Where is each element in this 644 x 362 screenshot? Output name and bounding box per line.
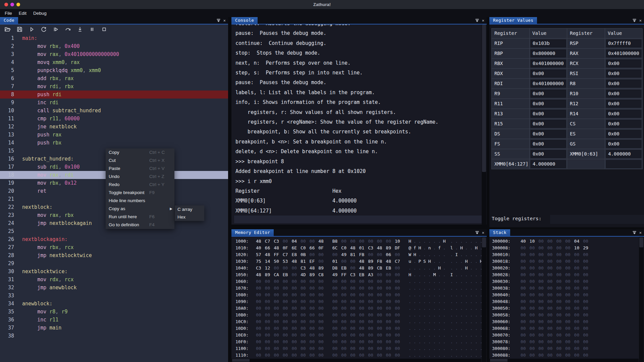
memory-byte[interactable]: 00 bbox=[283, 345, 292, 352]
run-button[interactable] bbox=[29, 26, 35, 33]
memory-byte[interactable]: 04 bbox=[291, 238, 301, 245]
memory-byte[interactable]: C7 bbox=[265, 238, 274, 245]
memory-byte[interactable]: 00 bbox=[291, 292, 301, 298]
register-value-input[interactable]: 0x00 bbox=[531, 90, 566, 98]
register-value-input[interactable]: 0x00 bbox=[531, 150, 566, 158]
memory-byte[interactable]: 00 bbox=[332, 339, 341, 345]
memory-byte[interactable]: C3 bbox=[274, 238, 283, 245]
memory-byte[interactable]: 00 bbox=[395, 352, 404, 359]
memory-byte[interactable]: 00 bbox=[395, 292, 404, 298]
memory-byte[interactable]: 00 bbox=[377, 298, 386, 305]
memory-byte[interactable]: 00 bbox=[341, 352, 350, 359]
memory-byte[interactable]: 00 bbox=[341, 298, 350, 305]
memory-byte[interactable]: 48 bbox=[377, 245, 386, 251]
memory-byte[interactable]: 00 bbox=[291, 345, 301, 352]
memory-byte[interactable]: 00 bbox=[386, 278, 395, 285]
register-value-input[interactable]: 0x00 bbox=[606, 100, 641, 108]
memory-byte[interactable]: 00 bbox=[265, 305, 274, 312]
memory-byte[interactable]: 00 bbox=[274, 312, 283, 318]
memory-byte[interactable]: 00 bbox=[301, 298, 310, 305]
memory-byte[interactable]: 4D bbox=[301, 272, 310, 278]
memory-byte[interactable]: 00 bbox=[265, 345, 274, 352]
pause-button[interactable] bbox=[89, 26, 95, 33]
memory-byte[interactable]: 00 bbox=[350, 339, 359, 345]
memory-byte[interactable]: 48 bbox=[386, 258, 395, 265]
code-line-4[interactable]: 4 movq xmm0, rax bbox=[0, 58, 228, 66]
memory-byte[interactable]: 75 bbox=[256, 258, 265, 265]
memory-byte[interactable]: 10 bbox=[395, 238, 404, 245]
register-value-input[interactable]: 0x00 bbox=[531, 130, 566, 138]
menu-debug[interactable]: Debug bbox=[33, 11, 47, 16]
memory-byte[interactable]: 00 bbox=[274, 339, 283, 345]
register-value-input[interactable]: 0x00 bbox=[606, 60, 641, 67]
memory-byte[interactable]: 00 bbox=[291, 265, 301, 272]
memory-byte[interactable]: 00 bbox=[368, 292, 377, 298]
memory-byte[interactable]: 6E bbox=[291, 245, 301, 251]
memory-byte[interactable]: 00 bbox=[256, 318, 265, 325]
memory-byte[interactable]: 00 bbox=[256, 345, 265, 352]
memory-byte[interactable]: 00 bbox=[350, 345, 359, 352]
memory-byte[interactable]: 00 bbox=[274, 292, 283, 298]
memory-byte[interactable]: 06 bbox=[386, 251, 395, 258]
memory-byte[interactable]: 48 bbox=[318, 238, 327, 245]
memory-byte[interactable]: 00 bbox=[341, 292, 350, 298]
code-line-33[interactable]: 33 bbox=[0, 292, 228, 300]
memory-byte[interactable]: 12 bbox=[265, 265, 274, 272]
memory-byte[interactable]: 00 bbox=[310, 278, 319, 285]
tab-code[interactable]: Code bbox=[0, 17, 18, 24]
memory-byte[interactable]: 00 bbox=[332, 298, 341, 305]
memory-hscrollbar[interactable] bbox=[231, 359, 481, 362]
context-menu-item-toggle-breakpoint[interactable]: Toggle breakpointF9 bbox=[106, 189, 174, 197]
memory-byte[interactable]: 00 bbox=[318, 258, 327, 265]
memory-byte[interactable]: 00 bbox=[368, 251, 377, 258]
memory-byte[interactable]: 00 bbox=[301, 352, 310, 359]
memory-byte[interactable]: 00 bbox=[341, 305, 350, 312]
memory-byte[interactable]: DF bbox=[395, 245, 404, 251]
register-value-input[interactable]: 0x401000000 bbox=[531, 60, 566, 67]
memory-byte[interactable]: 00 bbox=[386, 345, 395, 352]
memory-byte[interactable]: 00 bbox=[265, 325, 274, 332]
memory-byte[interactable]: 00 bbox=[310, 345, 319, 352]
memory-byte[interactable]: 00 bbox=[350, 298, 359, 305]
memory-byte[interactable]: 00 bbox=[332, 318, 341, 325]
memory-byte[interactable]: 00 bbox=[395, 312, 404, 318]
memory-byte[interactable]: 00 bbox=[395, 305, 404, 312]
memory-byte[interactable]: 00 bbox=[291, 352, 301, 359]
memory-byte[interactable]: 00 bbox=[318, 278, 327, 285]
register-value-input[interactable]: 0x401000000 bbox=[531, 80, 566, 87]
tab-console[interactable]: Console bbox=[231, 17, 258, 24]
memory-byte[interactable]: 00 bbox=[359, 298, 368, 305]
memory-byte[interactable]: 00 bbox=[350, 332, 359, 339]
memory-byte[interactable]: 00 bbox=[291, 325, 301, 332]
memory-byte[interactable]: 00 bbox=[332, 352, 341, 359]
memory-byte[interactable]: 00 bbox=[395, 272, 404, 278]
memory-byte[interactable]: 00 bbox=[395, 278, 404, 285]
memory-byte[interactable]: 00 bbox=[291, 278, 301, 285]
memory-byte[interactable]: 00 bbox=[265, 339, 274, 345]
memory-byte[interactable]: 00 bbox=[386, 298, 395, 305]
memory-byte[interactable]: 00 bbox=[256, 278, 265, 285]
memory-byte[interactable]: 00 bbox=[341, 325, 350, 332]
memory-byte[interactable]: 00 bbox=[377, 272, 386, 278]
memory-byte[interactable]: 00 bbox=[377, 345, 386, 352]
toggle-registers-input[interactable] bbox=[550, 215, 644, 224]
code-line-32[interactable]: 32 jmp anewblock bbox=[0, 284, 228, 292]
memory-byte[interactable]: 00 bbox=[283, 318, 292, 325]
dock-icon[interactable] bbox=[633, 19, 636, 22]
memory-byte[interactable]: 00 bbox=[377, 305, 386, 312]
code-line-13[interactable]: 13 push rax bbox=[0, 131, 228, 139]
memory-byte[interactable]: 00 bbox=[332, 345, 341, 352]
memory-byte[interactable]: 00 bbox=[368, 345, 377, 352]
memory-byte[interactable]: 00 bbox=[291, 272, 301, 278]
memory-byte[interactable]: 00 bbox=[283, 312, 292, 318]
memory-byte[interactable]: 57 bbox=[256, 251, 265, 258]
memory-byte[interactable]: 01 bbox=[359, 245, 368, 251]
memory-byte[interactable]: 00 bbox=[274, 285, 283, 292]
memory-byte[interactable]: 00 bbox=[377, 318, 386, 325]
memory-byte[interactable]: 00 bbox=[291, 305, 301, 312]
memory-byte[interactable]: 00 bbox=[395, 251, 404, 258]
register-value-input[interactable]: 0x800000 bbox=[531, 50, 566, 57]
memory-byte[interactable]: 00 bbox=[395, 285, 404, 292]
memory-byte[interactable]: 00 bbox=[350, 238, 359, 245]
memory-byte[interactable]: 00 bbox=[318, 325, 327, 332]
